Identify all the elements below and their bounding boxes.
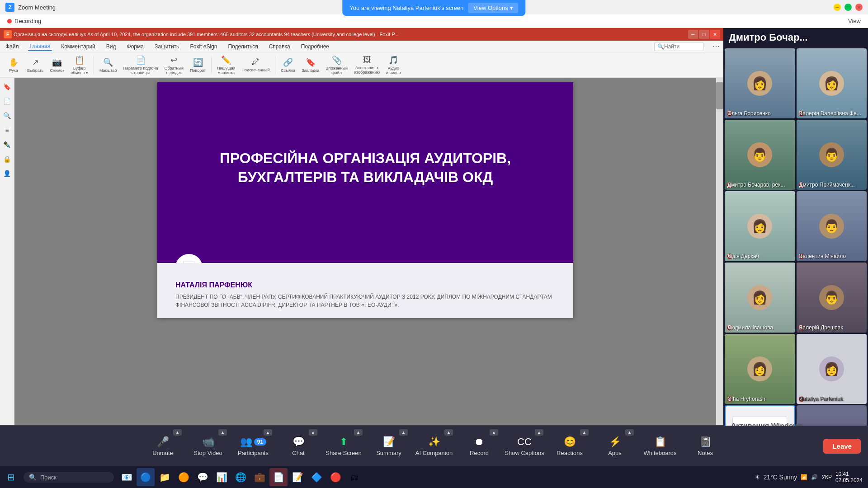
chat-button[interactable]: ▲ 💬 Chat [276,426,321,466]
tool-hand[interactable]: ✋ Рука [4,56,24,75]
tool-page-param[interactable]: 📄 Параметр подгонастраницы [120,53,160,77]
chat-expand[interactable]: ▲ [309,429,317,436]
summary-expand[interactable]: ▲ [399,429,408,436]
tool-attachment[interactable]: 📎 Вложенныйфайл [323,53,350,77]
window-controls[interactable]: ─ □ ✕ [834,4,863,11]
taskbar-search[interactable]: 🔍 Поиск [24,472,114,483]
taskbar-app-excel[interactable]: 📊 [212,468,231,486]
tool-zoom[interactable]: 🔍 Масштаб [97,56,120,75]
leave-button[interactable]: Leave [823,439,861,454]
menu-home[interactable]: Главная [28,42,52,51]
tool-bookmark[interactable]: 🔖 Закладка [299,56,322,75]
active-speaker-name: Дмитро Бочар... [723,28,868,47]
tool-audio-video[interactable]: 🎵 Аудиои видео [383,53,404,77]
scrollbar-thumb[interactable] [716,82,723,109]
foxit-minimize[interactable]: ─ [688,30,698,39]
captions-expand[interactable]: ▲ [535,429,543,436]
lang-indicator: УКР [821,474,832,480]
view-options-button[interactable]: View Options ▾ [468,3,518,13]
unmute-expand[interactable]: ▲ [173,429,182,436]
menu-comment[interactable]: Комментарий [59,42,97,51]
tool-image-annotation[interactable]: 🖼 Аннотация кизображению [351,53,382,76]
tool-select[interactable]: ↗ Выбрать [24,56,46,75]
show-captions-label: Show Captions [505,450,544,456]
foxit-maximize[interactable]: □ [699,30,709,39]
taskbar-app-telegram[interactable]: 💬 [193,468,212,486]
foxit-scrollbar[interactable] [716,78,723,425]
taskbar-app-edge[interactable]: 🔷 [307,468,326,486]
taskbar-app-files[interactable]: 📁 [156,468,174,486]
show-captions-button[interactable]: ▲ CC Show Captions [502,426,547,466]
tool-typewriter[interactable]: ✏️ Пишущаямашинка [214,53,238,77]
foxit-search-input[interactable] [664,43,700,50]
record-button[interactable]: ▲ ⏺ Record [457,426,502,466]
ai-expand[interactable]: ▲ [444,429,453,436]
participant-name: Людмила Івашова [727,324,793,331]
share-screen-button[interactable]: ▲ ⬆ Share Screen [321,426,366,466]
menu-view[interactable]: Вид [104,42,118,51]
tool-snapshot[interactable]: 📷 Снимок [47,56,67,75]
apps-button[interactable]: ▲ ⚡ Apps [592,426,637,466]
participant-name: Ольга Борисенко [727,110,793,117]
reactions-expand[interactable]: ▲ [580,429,589,436]
foxit-search[interactable]: 🔍 [654,42,703,51]
close-button[interactable]: ✕ [855,4,863,11]
taskbar-app-word[interactable]: 📝 [288,468,307,486]
taskbar-app-opera2[interactable]: 🔴 [326,468,344,486]
tool-rotate[interactable]: 🔄 Поворот [187,56,208,75]
view-button[interactable]: View [848,18,861,24]
reactions-button[interactable]: ▲ 😊 Reactions [547,426,592,466]
apps-expand[interactable]: ▲ [625,429,634,436]
record-expand[interactable]: ▲ [490,429,498,436]
sidebar-sign[interactable]: ✒️ [2,139,13,150]
sidebar-search[interactable]: 🔍 [2,110,13,121]
sidebar-more[interactable]: 👤 [2,168,13,179]
menu-share[interactable]: Поделиться [226,42,259,51]
whiteboards-button[interactable]: 📋 Whiteboards [637,426,683,466]
minimize-button[interactable]: ─ [834,4,841,11]
taskbar-app-opera[interactable]: 🟠 [175,468,193,486]
taskbar-app-teams[interactable]: 💼 [250,468,269,486]
taskbar-app-email[interactable]: 📧 [118,468,136,486]
foxit-close[interactable]: ✕ [710,30,720,39]
foxit-window-controls[interactable]: ─ □ ✕ [688,30,720,39]
taskbar-app-chrome[interactable]: 🌐 [231,468,250,486]
sidebar-layers[interactable]: ≡ [2,125,13,136]
taskbar-app-explorer[interactable]: 🗂 [345,468,363,486]
participants-button[interactable]: ▲ 👥 91 Participants [231,426,276,466]
participants-expand[interactable]: ▲ [264,429,272,436]
tool-clipboard[interactable]: 📋 Буферобмена ▾ [68,53,91,77]
presenter-name: НАТАЛІЯ ПАРФЕНЮК [175,281,555,289]
foxit-more-options[interactable]: ⋯ [712,42,720,51]
participant-tile: 👩 🔇 Ольга Борисенко [725,48,795,118]
menu-foxit-esign[interactable]: Foxit eSign [188,42,219,51]
unmute-button[interactable]: ▲ 🎤 Unmute [140,426,185,466]
sidebar-bookmarks[interactable]: 🔖 [2,81,13,92]
notes-icon: 📓 [699,436,712,448]
menu-protect[interactable]: Защитить [153,42,181,51]
video-expand[interactable]: ▲ [218,429,227,436]
tool-highlight[interactable]: 🖍 Подсвеченный [239,56,273,74]
share-expand[interactable]: ▲ [354,429,363,436]
participant-tile: 👩 🔇 Людмила Івашова [725,263,795,333]
stop-video-button[interactable]: ▲ 📹 Stop Video [185,426,231,466]
summary-icon: 📝 [383,436,395,448]
tool-revert[interactable]: ↩ Обратныйпорядок [161,53,186,77]
maximize-button[interactable]: □ [844,4,852,11]
taskbar-app-foxit[interactable]: 📄 [269,468,288,486]
summary-button[interactable]: ▲ 📝 Summary [366,426,411,466]
menu-form[interactable]: Форма [125,42,146,51]
tool-link[interactable]: 🔗 Ссылка [278,56,298,75]
sidebar-pages[interactable]: 📄 [2,96,13,107]
foxit-document-area[interactable]: ПРОФЕСІЙНА ОРГАНІЗАЦІЯ АУДИТОРІВ,БУХГАЛТ… [14,78,716,425]
sidebar-security[interactable]: 🔒 [2,154,13,164]
ai-companion-button[interactable]: ▲ ✨ AI Companion [411,426,457,466]
participant-tile: 👨 🔇 Дмитро Приймаченк... [797,120,867,190]
taskbar-app-zoom[interactable]: 🔵 [137,468,155,486]
page-param-icon: 📄 [136,55,146,65]
menu-more[interactable]: Подробнее [299,42,331,51]
menu-file[interactable]: Файл [4,42,21,51]
start-button[interactable]: ⊞ [0,466,22,488]
menu-help[interactable]: Справка [267,42,292,51]
notes-button[interactable]: 📓 Notes [683,426,728,466]
